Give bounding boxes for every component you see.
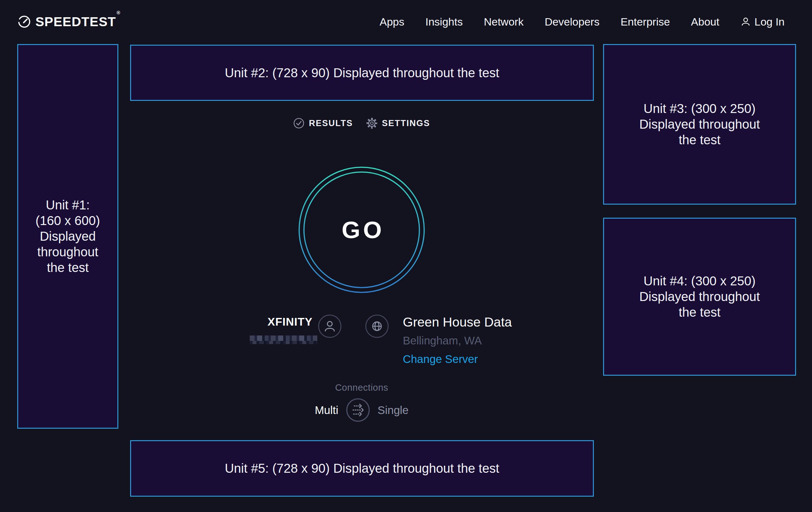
login-label: Log In (754, 16, 785, 28)
ad-text-line: Displayed throughout (639, 289, 760, 304)
server-name: Green House Data (403, 315, 512, 330)
connections-single-label[interactable]: Single (378, 404, 409, 416)
login-button[interactable]: Log In (740, 16, 785, 28)
ad-unit-1: Unit #1: (160 x 600) Displayed throughou… (17, 44, 118, 429)
speedtest-page: SPEEDTEST® Apps Insights Network Develop… (0, 0, 812, 512)
nav-item-developers[interactable]: Developers (545, 16, 600, 28)
nav-item-about[interactable]: About (691, 16, 720, 28)
ad-text-line: Unit #2: (728 x 90) Displayed throughout… (225, 65, 499, 81)
server-info: Green House Data Bellingham, WA Change S… (403, 315, 512, 366)
ad-text-line: (160 x 600) (35, 213, 100, 228)
blurred-ip-address (250, 335, 317, 344)
tab-settings-label: SETTINGS (382, 118, 430, 128)
blur-pixels (250, 335, 317, 341)
nav-item-insights[interactable]: Insights (426, 16, 463, 28)
ad-text-line: the test (679, 132, 721, 148)
nav-item-apps[interactable]: Apps (379, 16, 404, 28)
check-circle-icon (293, 117, 304, 129)
ad-text-line: Unit #4: (300 x 250) (644, 273, 756, 289)
change-server-link[interactable]: Change Server (403, 353, 512, 366)
ad-unit-3: Unit #3: (300 x 250) Displayed throughou… (603, 44, 796, 205)
connections-multi-label[interactable]: Multi (315, 404, 338, 416)
connections-title: Connections (295, 382, 429, 393)
ad-unit-4: Unit #4: (300 x 250) Displayed throughou… (603, 218, 796, 376)
isp-avatar-icon (318, 315, 342, 338)
go-button-label: GO (295, 163, 429, 297)
go-button[interactable]: GO (295, 163, 429, 297)
connections-toggle-icon[interactable] (346, 398, 370, 422)
tab-settings[interactable]: SETTINGS (366, 117, 430, 129)
server-location: Bellingham, WA (403, 334, 512, 347)
tab-results[interactable]: RESULTS (293, 117, 353, 129)
ad-text-line: the test (679, 304, 721, 320)
ad-unit-2: Unit #2: (728 x 90) Displayed throughout… (130, 45, 594, 101)
tab-results-label: RESULTS (309, 118, 353, 128)
ad-text-line: the test (47, 260, 89, 275)
nav-item-enterprise[interactable]: Enterprise (621, 16, 670, 28)
tab-bar: RESULTS SETTINGS (266, 115, 457, 132)
ad-text-line: Unit #1: (46, 197, 90, 213)
ad-text-line: throughout (37, 244, 98, 260)
ad-text-line: Unit #3: (300 x 250) (644, 101, 756, 116)
blur-pixels (250, 341, 317, 344)
server-globe-icon (365, 315, 389, 338)
ad-text-line: Displayed (40, 228, 96, 244)
isp-name: XFINITY (210, 315, 313, 328)
user-icon (740, 16, 751, 27)
brand-name: SPEEDTEST® (35, 15, 120, 29)
nav-item-network[interactable]: Network (484, 16, 524, 28)
ad-text-line: Unit #5: (728 x 90) Displayed throughout… (225, 461, 499, 476)
gauge-icon (18, 15, 31, 28)
speedtest-logo[interactable]: SPEEDTEST® (18, 15, 120, 29)
ad-unit-5: Unit #5: (728 x 90) Displayed throughout… (130, 440, 594, 497)
top-nav-bar: SPEEDTEST® Apps Insights Network Develop… (0, 0, 812, 44)
ad-text-line: Displayed throughout (639, 116, 760, 132)
gear-icon (366, 117, 378, 129)
trademark-mark: ® (117, 10, 121, 15)
connections-toggle-row: Multi Single (263, 398, 461, 422)
main-nav: Apps Insights Network Developers Enterpr… (379, 16, 785, 28)
